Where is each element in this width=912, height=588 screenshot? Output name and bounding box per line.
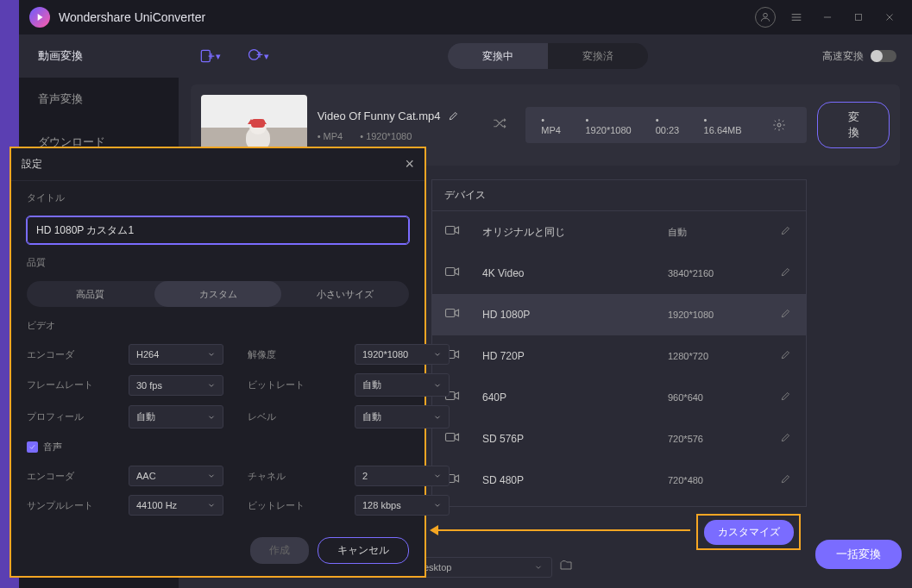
video-level-select[interactable]: 自動 <box>355 405 450 428</box>
close-icon[interactable] <box>877 5 902 29</box>
audio-bitrate-label: ビットレート <box>248 499 330 512</box>
gear-icon[interactable] <box>766 112 792 138</box>
batch-convert-button[interactable]: 一括変換 <box>815 540 902 569</box>
dest-format: MP4 <box>541 125 561 135</box>
audio-samplerate-label: サンプルレート <box>27 499 104 512</box>
device-label: SD 480P <box>482 474 651 486</box>
quality-custom[interactable]: カスタム <box>154 281 282 307</box>
edit-icon[interactable] <box>780 431 794 447</box>
video-bitrate-label: ビットレート <box>248 378 330 391</box>
video-level-label: レベル <box>248 410 330 423</box>
shuffle-icon[interactable] <box>492 116 516 134</box>
edit-icon[interactable] <box>780 224 794 240</box>
video-icon <box>444 222 465 241</box>
device-row[interactable]: オリジナルと同じ 自動 <box>432 211 806 253</box>
device-resolution: 1920*1080 <box>668 310 763 320</box>
speed-toggle[interactable] <box>871 50 896 62</box>
video-resolution-select[interactable]: 1920*1080 <box>355 344 450 365</box>
app-logo <box>29 7 50 28</box>
annotation-box: カスタマイズ <box>696 514 801 550</box>
svg-rect-5 <box>446 227 456 235</box>
menu-icon[interactable] <box>784 5 808 29</box>
quality-high[interactable]: 高品質 <box>27 281 154 307</box>
device-resolution: 3840*2160 <box>668 268 763 278</box>
audio-bitrate-select[interactable]: 128 kbps <box>355 495 450 516</box>
open-folder-icon[interactable] <box>559 559 573 576</box>
maximize-icon[interactable] <box>846 5 871 29</box>
audio-encoder-label: エンコーダ <box>27 470 104 483</box>
video-encoder-select[interactable]: H264 <box>129 344 223 365</box>
src-format: MP4 <box>324 131 343 141</box>
edit-icon[interactable] <box>780 348 794 364</box>
svg-rect-6 <box>446 268 456 276</box>
quality-small[interactable]: 小さいサイズ <box>281 281 409 307</box>
device-tab[interactable]: デバイス <box>432 180 806 211</box>
customize-button[interactable]: カスタマイズ <box>704 520 794 545</box>
device-resolution: 自動 <box>668 226 763 239</box>
device-label: オリジナルと同じ <box>482 225 651 240</box>
edit-name-icon[interactable] <box>448 109 460 122</box>
quality-section-label: 品質 <box>27 256 409 269</box>
video-framerate-select[interactable]: 30 fps <box>129 375 223 396</box>
audio-enable-checkbox[interactable] <box>27 441 38 453</box>
device-label: HD 720P <box>482 350 651 362</box>
video-profile-select[interactable]: 自動 <box>129 405 223 428</box>
minimize-icon[interactable] <box>815 5 840 29</box>
sidebar-item-label: 音声変換 <box>38 91 83 107</box>
convert-button[interactable]: 変換 <box>817 102 890 148</box>
app-title: Wondershare UniConverter <box>59 10 205 24</box>
media-filename: Video Of Funny Cat.mp4 <box>318 109 441 122</box>
device-label: 4K Video <box>482 267 651 279</box>
device-row[interactable]: 640P 960*640 <box>432 377 806 418</box>
svg-point-4 <box>777 123 781 127</box>
audio-channel-select[interactable]: 2 <box>355 466 450 486</box>
svg-point-0 <box>764 13 768 17</box>
create-button[interactable]: 作成 <box>250 537 309 564</box>
video-icon <box>444 264 465 283</box>
audio-encoder-select[interactable]: AAC <box>129 466 223 486</box>
device-row[interactable]: HD 720P 1280*720 <box>432 335 806 377</box>
tab-converted[interactable]: 変換済 <box>548 43 648 69</box>
device-resolution: 1280*720 <box>668 351 763 361</box>
svg-rect-10 <box>446 434 456 441</box>
edit-icon[interactable] <box>780 390 794 405</box>
video-bitrate-select[interactable]: 自動 <box>355 373 450 397</box>
video-framerate-label: フレームレート <box>27 378 104 391</box>
sidebar-item-audio-convert[interactable]: 音声変換 <box>19 78 179 121</box>
preset-title-input[interactable] <box>27 216 409 244</box>
output-folder-select[interactable]: esktop <box>414 557 552 578</box>
device-row[interactable]: HD 1080P 1920*1080 <box>432 294 806 335</box>
dest-info: • MP4 • 1920*1080 • 00:23 • 16.64MB <box>525 107 807 143</box>
account-icon[interactable] <box>753 5 777 29</box>
device-label: 640P <box>482 391 651 403</box>
video-icon <box>444 429 465 448</box>
sidebar-item-video-convert[interactable]: 動画変換 <box>19 34 179 78</box>
tab-converting[interactable]: 変換中 <box>448 43 548 69</box>
device-row[interactable]: SD 480P 720*480 <box>432 460 806 501</box>
settings-dialog: 設定 × タイトル 品質 高品質 カスタム 小さいサイズ ビデオ エンコーダ H… <box>9 147 426 578</box>
video-profile-label: プロフィール <box>27 410 104 423</box>
video-encoder-label: エンコーダ <box>27 348 104 361</box>
device-resolution: 720*480 <box>668 475 763 485</box>
video-section-label: ビデオ <box>27 319 409 332</box>
format-dropdown-panel: デバイス オリジナルと同じ 自動 4K Video 3840*2160 HD 1… <box>431 179 807 507</box>
speed-label: 高速変換 <box>822 49 864 64</box>
edit-icon[interactable] <box>780 307 794 322</box>
add-folder-button[interactable]: ▾ <box>242 41 274 72</box>
cancel-button[interactable]: キャンセル <box>318 537 409 564</box>
video-resolution-label: 解像度 <box>248 348 330 361</box>
dialog-close-icon[interactable]: × <box>405 155 414 173</box>
device-label: SD 576P <box>482 433 651 445</box>
device-row[interactable]: 4K Video 3840*2160 <box>432 253 806 294</box>
dest-size: 16.64MB <box>704 125 742 135</box>
edit-icon[interactable] <box>780 472 794 488</box>
device-row[interactable]: SD 576P 720*576 <box>432 418 806 460</box>
edit-icon[interactable] <box>780 266 794 281</box>
audio-samplerate-select[interactable]: 44100 Hz <box>129 495 223 516</box>
audio-section-label: 音声 <box>43 441 62 454</box>
dest-duration: 00:23 <box>656 125 680 135</box>
svg-rect-1 <box>856 15 862 21</box>
add-file-button[interactable]: ▾ <box>194 41 225 72</box>
dest-resolution: 1920*1080 <box>585 125 631 135</box>
device-label: HD 1080P <box>482 309 651 321</box>
